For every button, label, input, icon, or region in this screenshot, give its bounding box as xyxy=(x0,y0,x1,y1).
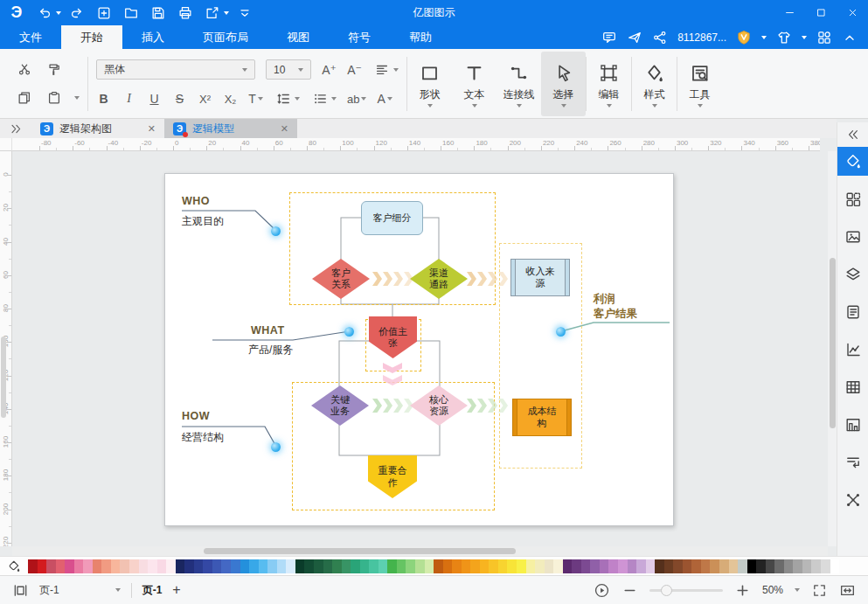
align-button[interactable] xyxy=(372,61,399,79)
color-swatch[interactable] xyxy=(664,559,674,573)
app-logo-icon[interactable]: Э xyxy=(0,3,33,22)
node-cost-structure[interactable]: 成本结构 xyxy=(512,399,572,436)
mode-button-3[interactable]: 连接线 xyxy=(496,52,541,116)
color-swatch[interactable] xyxy=(756,559,766,573)
color-swatch[interactable] xyxy=(590,559,600,573)
color-swatch[interactable] xyxy=(618,559,628,573)
color-swatch[interactable] xyxy=(249,559,259,573)
color-swatch[interactable] xyxy=(351,559,360,573)
cut-icon[interactable] xyxy=(15,61,34,79)
decrease-font-button[interactable]: A⁻ xyxy=(347,61,362,79)
color-swatch[interactable] xyxy=(738,559,747,573)
mode-button-7[interactable]: 工具 xyxy=(677,52,722,116)
color-swatch[interactable] xyxy=(194,559,204,573)
color-swatch[interactable] xyxy=(489,559,498,573)
color-swatch[interactable] xyxy=(304,559,314,573)
mode-button-5[interactable]: 编辑 xyxy=(587,52,631,116)
redo-icon[interactable] xyxy=(66,3,88,24)
color-swatch[interactable] xyxy=(683,559,692,573)
color-swatch[interactable] xyxy=(821,559,830,573)
page-selector[interactable]: 页-1 xyxy=(39,583,59,598)
color-swatch[interactable] xyxy=(774,559,784,573)
color-swatch[interactable] xyxy=(139,559,149,573)
color-swatch[interactable] xyxy=(655,559,664,573)
color-swatch[interactable] xyxy=(93,559,102,573)
fill-bucket-icon[interactable] xyxy=(0,559,28,573)
color-swatch[interactable] xyxy=(38,559,47,573)
save-icon[interactable] xyxy=(147,3,170,24)
color-swatch[interactable] xyxy=(184,559,194,573)
color-swatch[interactable] xyxy=(766,559,775,573)
color-swatch[interactable] xyxy=(507,559,517,573)
sidebar-button-chart[interactable] xyxy=(837,335,868,364)
color-swatch[interactable] xyxy=(563,559,573,573)
send-icon[interactable] xyxy=(627,30,642,45)
color-swatch[interactable] xyxy=(747,559,757,573)
color-swatch[interactable] xyxy=(434,559,443,573)
color-swatch[interactable] xyxy=(701,559,711,573)
menu-tab-6[interactable]: 符号 xyxy=(329,25,390,49)
color-swatch[interactable] xyxy=(323,559,333,573)
horizontal-scrollbar[interactable] xyxy=(12,546,828,556)
color-swatch[interactable] xyxy=(811,559,821,573)
vip-badge-icon[interactable] xyxy=(736,30,752,45)
strikethrough-button[interactable]: S xyxy=(172,90,187,108)
fullscreen-icon[interactable] xyxy=(811,582,828,599)
color-swatch[interactable] xyxy=(425,559,434,573)
collapse-panel-icon[interactable] xyxy=(837,122,868,147)
color-swatch[interactable] xyxy=(120,559,129,573)
vertical-scrollbar-thumb[interactable] xyxy=(830,258,836,428)
color-swatch[interactable] xyxy=(65,559,74,573)
menu-tab-2[interactable]: 开始 xyxy=(61,25,122,49)
superscript-button[interactable]: X² xyxy=(198,90,212,108)
color-swatch[interactable] xyxy=(259,559,268,573)
color-swatch[interactable] xyxy=(277,559,287,573)
close-icon[interactable]: ✕ xyxy=(267,123,288,135)
color-swatch[interactable] xyxy=(378,559,388,573)
color-swatch[interactable] xyxy=(295,559,305,573)
zoom-slider-thumb[interactable] xyxy=(661,585,672,596)
char-spacing-button[interactable]: ab xyxy=(347,90,366,108)
account-username[interactable]: 8112867... xyxy=(677,31,726,44)
vertical-scrollbar[interactable] xyxy=(828,151,837,546)
node-revenue-stream[interactable]: 收入来源 xyxy=(510,259,570,296)
vip-dropdown-caret[interactable] xyxy=(761,36,767,39)
mode-button-2[interactable]: 文本 xyxy=(452,52,496,116)
color-swatch[interactable] xyxy=(553,559,563,573)
font-family-select[interactable]: 黑体 xyxy=(96,59,255,80)
color-swatch[interactable] xyxy=(628,559,637,573)
close-icon[interactable]: ✕ xyxy=(134,123,156,135)
color-swatch[interactable] xyxy=(470,559,480,573)
color-swatch[interactable] xyxy=(498,559,508,573)
line-spacing-button[interactable] xyxy=(274,90,300,108)
zoom-out-icon[interactable] xyxy=(621,582,638,599)
minimize-icon[interactable] xyxy=(774,0,805,25)
color-swatch[interactable] xyxy=(646,559,656,573)
fit-width-icon[interactable] xyxy=(839,582,856,599)
color-swatch[interactable] xyxy=(203,559,212,573)
color-swatch[interactable] xyxy=(545,559,554,573)
color-swatch[interactable] xyxy=(286,559,295,573)
color-swatch[interactable] xyxy=(46,559,56,573)
color-swatch[interactable] xyxy=(56,559,66,573)
color-swatch[interactable] xyxy=(157,559,167,573)
sidebar-button-note[interactable] xyxy=(837,297,868,326)
anchor-dot[interactable] xyxy=(271,226,281,236)
color-swatch[interactable] xyxy=(387,559,397,573)
sidebar-button-symbols[interactable] xyxy=(837,184,868,213)
increase-font-button[interactable]: A⁺ xyxy=(322,61,337,79)
color-swatch[interactable] xyxy=(406,559,415,573)
sidebar-button-fill-bucket[interactable] xyxy=(837,147,868,176)
format-painter-icon[interactable] xyxy=(45,61,64,79)
zoom-level[interactable]: 50% xyxy=(762,584,783,596)
color-swatch[interactable] xyxy=(369,559,378,573)
print-icon[interactable] xyxy=(174,3,197,24)
color-swatch[interactable] xyxy=(397,559,406,573)
color-swatch[interactable] xyxy=(231,559,240,573)
sidebar-button-outline[interactable] xyxy=(837,448,868,476)
color-swatch[interactable] xyxy=(710,559,719,573)
color-swatch[interactable] xyxy=(517,559,526,573)
color-swatch[interactable] xyxy=(480,559,490,573)
node-customer-segment[interactable]: 客户细分 xyxy=(361,201,423,235)
sidebar-button-relation[interactable] xyxy=(837,485,868,514)
